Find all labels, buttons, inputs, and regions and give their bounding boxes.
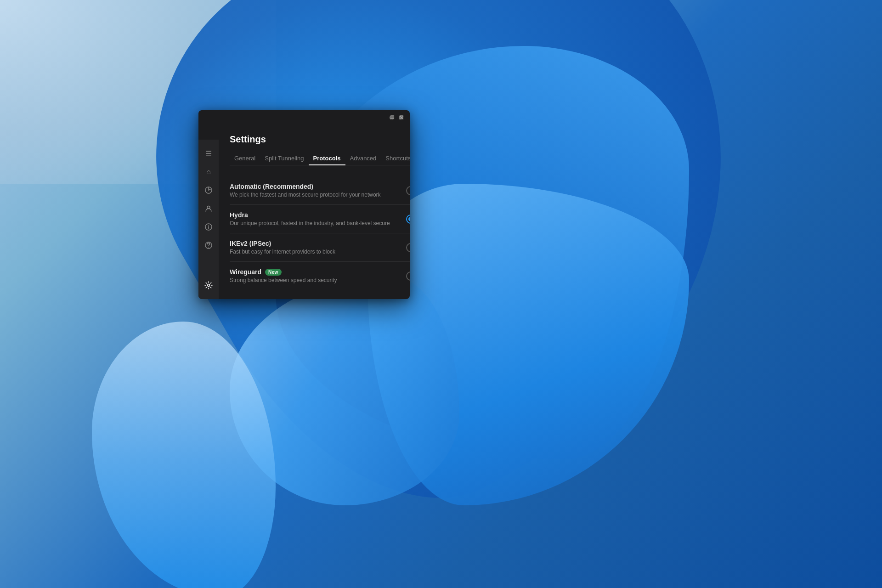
protocol-name-automatic: Automatic (Recommended): [230, 183, 401, 190]
tab-protocols[interactable]: Protocols: [309, 152, 345, 165]
radio-ikev2[interactable]: [406, 243, 410, 252]
svg-point-7: [208, 284, 210, 287]
protocol-item-hydra[interactable]: Hydra Our unique protocol, fastest in th…: [230, 205, 410, 233]
close-button[interactable]: ✕: [399, 115, 404, 120]
window-body: ☰ ⌂: [198, 125, 410, 299]
svg-point-4: [208, 225, 209, 226]
radio-automatic[interactable]: [406, 186, 410, 195]
tabs-bar: General Split Tunneling Protocols Advanc…: [230, 152, 410, 165]
protocol-item-automatic[interactable]: Automatic (Recommended) We pick the fast…: [230, 176, 410, 205]
svg-point-6: [208, 247, 209, 248]
new-badge-wireguard: New: [265, 269, 281, 276]
title-bar: ✕: [198, 110, 410, 125]
radio-wireguard[interactable]: [406, 271, 410, 281]
protocol-desc-automatic: We pick the fastest and most secure prot…: [230, 192, 401, 198]
protocol-item-ikev2[interactable]: IKEv2 (IPSec) Fast but easy for internet…: [230, 233, 410, 262]
tab-advanced[interactable]: Advanced: [345, 152, 381, 165]
minimize-button[interactable]: [390, 115, 395, 120]
radio-hydra[interactable]: [406, 215, 410, 224]
menu-icon[interactable]: ☰: [200, 145, 217, 162]
info-icon[interactable]: [200, 219, 217, 235]
tab-shortcuts[interactable]: Shortcuts: [381, 152, 410, 165]
settings-icon[interactable]: [200, 277, 217, 294]
page-title: Settings: [230, 134, 410, 145]
protocol-desc-wireguard: Strong balance between speed and securit…: [230, 277, 401, 283]
title-bar-controls: ✕: [390, 115, 404, 120]
protocol-info-automatic: Automatic (Recommended) We pick the fast…: [230, 183, 401, 198]
protocol-info-ikev2: IKEv2 (IPSec) Fast but easy for internet…: [230, 240, 401, 255]
protocol-name-wireguard: Wireguard New: [230, 268, 401, 276]
tab-split-tunneling[interactable]: Split Tunneling: [260, 152, 308, 165]
vpn-speed-icon[interactable]: [200, 182, 217, 198]
protocol-item-wireguard[interactable]: Wireguard New Strong balance between spe…: [230, 262, 410, 290]
main-content: Settings General Split Tunneling Protoco…: [219, 125, 410, 299]
protocol-name-hydra: Hydra: [230, 211, 401, 219]
protocol-desc-ikev2: Fast but easy for internet providers to …: [230, 249, 401, 255]
protocol-name-ikev2: IKEv2 (IPSec): [230, 240, 401, 247]
tab-general[interactable]: General: [230, 152, 260, 165]
sidebar: ☰ ⌂: [198, 140, 219, 299]
protocol-info-wireguard: Wireguard New Strong balance between spe…: [230, 268, 401, 283]
account-icon[interactable]: [200, 200, 217, 217]
protocol-info-hydra: Hydra Our unique protocol, fastest in th…: [230, 211, 401, 226]
help-icon[interactable]: [200, 237, 217, 254]
protocol-desc-hydra: Our unique protocol, fastest in the indu…: [230, 220, 401, 226]
protocol-list: Automatic (Recommended) We pick the fast…: [230, 176, 410, 290]
home-icon[interactable]: ⌂: [200, 164, 217, 180]
app-window: ✕ ☰ ⌂: [198, 110, 410, 299]
wallpaper: [0, 0, 882, 588]
